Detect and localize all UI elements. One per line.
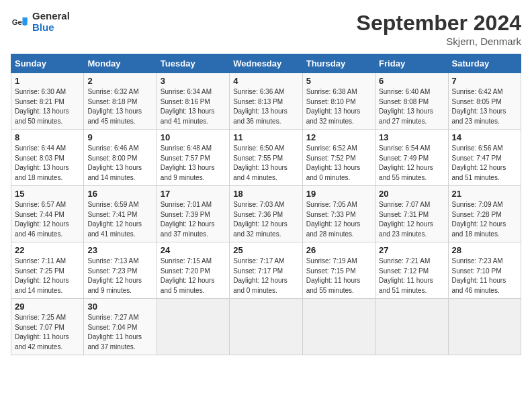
- day-number: 14: [452, 132, 517, 142]
- calendar-cell: 6Sunrise: 6:40 AMSunset: 8:08 PMDaylight…: [375, 73, 448, 130]
- day-number: 6: [379, 76, 444, 86]
- calendar-cell: 1Sunrise: 6:30 AMSunset: 8:21 PMDaylight…: [11, 73, 84, 130]
- day-header-tuesday: Tuesday: [157, 54, 229, 73]
- day-number: 10: [161, 132, 226, 142]
- logo-general-text: General: [32, 11, 70, 22]
- day-info: Sunrise: 7:17 AMSunset: 7:17 PMDaylight:…: [233, 257, 298, 295]
- day-header-monday: Monday: [84, 54, 157, 73]
- calendar-cell: [448, 299, 521, 355]
- day-info: Sunrise: 7:27 AMSunset: 7:04 PMDaylight:…: [87, 313, 152, 352]
- day-info: Sunrise: 6:44 AMSunset: 8:03 PMDaylight:…: [15, 144, 80, 183]
- day-info: Sunrise: 7:23 AMSunset: 7:10 PMDaylight:…: [452, 257, 517, 295]
- day-info: Sunrise: 7:01 AMSunset: 7:39 PMDaylight:…: [161, 200, 226, 239]
- calendar-cell: 20Sunrise: 7:07 AMSunset: 7:31 PMDayligh…: [375, 186, 448, 242]
- calendar-cell: 8Sunrise: 6:44 AMSunset: 8:03 PMDaylight…: [11, 130, 84, 186]
- day-info: Sunrise: 6:40 AMSunset: 8:08 PMDaylight:…: [379, 87, 444, 126]
- day-header-saturday: Saturday: [448, 54, 521, 73]
- calendar-cell: [375, 299, 448, 355]
- calendar-cell: 30Sunrise: 7:27 AMSunset: 7:04 PMDayligh…: [84, 299, 157, 355]
- day-number: 11: [233, 132, 298, 142]
- day-number: 15: [15, 189, 80, 199]
- day-number: 26: [306, 245, 371, 255]
- day-info: Sunrise: 7:25 AMSunset: 7:07 PMDaylight:…: [15, 313, 80, 352]
- calendar-cell: 22Sunrise: 7:11 AMSunset: 7:25 PMDayligh…: [11, 242, 84, 299]
- day-number: 28: [452, 245, 517, 255]
- calendar-cell: [302, 299, 375, 355]
- calendar-cell: 12Sunrise: 6:52 AMSunset: 7:52 PMDayligh…: [302, 130, 375, 186]
- day-info: Sunrise: 6:46 AMSunset: 8:00 PMDaylight:…: [87, 144, 152, 183]
- day-info: Sunrise: 6:38 AMSunset: 8:10 PMDaylight:…: [306, 87, 371, 126]
- calendar-cell: 16Sunrise: 6:59 AMSunset: 7:41 PMDayligh…: [84, 186, 157, 242]
- day-number: 2: [87, 76, 152, 86]
- calendar-week-1: 1Sunrise: 6:30 AMSunset: 8:21 PMDaylight…: [11, 73, 521, 130]
- calendar-cell: 27Sunrise: 7:21 AMSunset: 7:12 PMDayligh…: [375, 242, 448, 299]
- day-number: 30: [87, 302, 152, 312]
- calendar-cell: [157, 299, 229, 355]
- day-info: Sunrise: 7:03 AMSunset: 7:36 PMDaylight:…: [233, 200, 298, 239]
- day-info: Sunrise: 6:50 AMSunset: 7:55 PMDaylight:…: [233, 144, 298, 183]
- day-number: 27: [379, 245, 444, 255]
- calendar-cell: 14Sunrise: 6:56 AMSunset: 7:47 PMDayligh…: [448, 130, 521, 186]
- title-area: September 2024 Skjern, Denmark: [357, 11, 521, 47]
- day-number: 17: [161, 189, 226, 199]
- day-info: Sunrise: 6:48 AMSunset: 7:57 PMDaylight:…: [161, 144, 226, 183]
- logo-icon: Gen: [11, 13, 30, 32]
- day-info: Sunrise: 7:13 AMSunset: 7:23 PMDaylight:…: [87, 257, 152, 295]
- calendar-cell: [230, 299, 302, 355]
- calendar-cell: 17Sunrise: 7:01 AMSunset: 7:39 PMDayligh…: [157, 186, 229, 242]
- calendar-cell: 7Sunrise: 6:42 AMSunset: 8:05 PMDaylight…: [448, 73, 521, 130]
- calendar-week-3: 15Sunrise: 6:57 AMSunset: 7:44 PMDayligh…: [11, 186, 521, 242]
- calendar-cell: 23Sunrise: 7:13 AMSunset: 7:23 PMDayligh…: [84, 242, 157, 299]
- calendar-cell: 3Sunrise: 6:34 AMSunset: 8:16 PMDaylight…: [157, 73, 229, 130]
- day-number: 7: [452, 76, 517, 86]
- day-number: 29: [15, 302, 80, 312]
- calendar-cell: 24Sunrise: 7:15 AMSunset: 7:20 PMDayligh…: [157, 242, 229, 299]
- day-info: Sunrise: 7:19 AMSunset: 7:15 PMDaylight:…: [306, 257, 371, 295]
- day-number: 18: [233, 189, 298, 199]
- day-number: 5: [306, 76, 371, 86]
- calendar-cell: 15Sunrise: 6:57 AMSunset: 7:44 PMDayligh…: [11, 186, 84, 242]
- calendar-cell: 13Sunrise: 6:54 AMSunset: 7:49 PMDayligh…: [375, 130, 448, 186]
- calendar-cell: 5Sunrise: 6:38 AMSunset: 8:10 PMDaylight…: [302, 73, 375, 130]
- day-header-friday: Friday: [375, 54, 448, 73]
- day-number: 4: [233, 76, 298, 86]
- calendar-cell: 19Sunrise: 7:05 AMSunset: 7:33 PMDayligh…: [302, 186, 375, 242]
- calendar-cell: 28Sunrise: 7:23 AMSunset: 7:10 PMDayligh…: [448, 242, 521, 299]
- location-subtitle: Skjern, Denmark: [357, 36, 521, 47]
- day-number: 12: [306, 132, 371, 142]
- day-info: Sunrise: 6:54 AMSunset: 7:49 PMDaylight:…: [379, 144, 444, 183]
- calendar-week-2: 8Sunrise: 6:44 AMSunset: 8:03 PMDaylight…: [11, 130, 521, 186]
- day-info: Sunrise: 7:07 AMSunset: 7:31 PMDaylight:…: [379, 200, 444, 239]
- days-header-row: SundayMondayTuesdayWednesdayThursdayFrid…: [11, 54, 521, 73]
- day-info: Sunrise: 6:42 AMSunset: 8:05 PMDaylight:…: [452, 87, 517, 126]
- day-number: 8: [15, 132, 80, 142]
- day-info: Sunrise: 6:36 AMSunset: 8:13 PMDaylight:…: [233, 87, 298, 126]
- day-number: 3: [161, 76, 226, 86]
- day-number: 1: [15, 76, 80, 86]
- day-number: 9: [87, 132, 152, 142]
- day-number: 13: [379, 132, 444, 142]
- page-header: Gen General Blue September 2024 Skjern, …: [11, 11, 521, 47]
- day-info: Sunrise: 7:21 AMSunset: 7:12 PMDaylight:…: [379, 257, 444, 295]
- day-number: 25: [233, 245, 298, 255]
- day-info: Sunrise: 7:11 AMSunset: 7:25 PMDaylight:…: [15, 257, 80, 295]
- calendar-cell: 26Sunrise: 7:19 AMSunset: 7:15 PMDayligh…: [302, 242, 375, 299]
- calendar-cell: 25Sunrise: 7:17 AMSunset: 7:17 PMDayligh…: [230, 242, 302, 299]
- calendar-cell: 10Sunrise: 6:48 AMSunset: 7:57 PMDayligh…: [157, 130, 229, 186]
- day-info: Sunrise: 6:57 AMSunset: 7:44 PMDaylight:…: [15, 200, 80, 239]
- day-number: 24: [161, 245, 226, 255]
- day-info: Sunrise: 6:30 AMSunset: 8:21 PMDaylight:…: [15, 87, 80, 126]
- calendar-cell: 11Sunrise: 6:50 AMSunset: 7:55 PMDayligh…: [230, 130, 302, 186]
- day-info: Sunrise: 7:05 AMSunset: 7:33 PMDaylight:…: [306, 200, 371, 239]
- day-info: Sunrise: 6:34 AMSunset: 8:16 PMDaylight:…: [161, 87, 226, 126]
- day-number: 22: [15, 245, 80, 255]
- calendar-cell: 4Sunrise: 6:36 AMSunset: 8:13 PMDaylight…: [230, 73, 302, 130]
- day-number: 23: [87, 245, 152, 255]
- calendar-cell: 21Sunrise: 7:09 AMSunset: 7:28 PMDayligh…: [448, 186, 521, 242]
- day-info: Sunrise: 6:59 AMSunset: 7:41 PMDaylight:…: [87, 200, 152, 239]
- day-header-thursday: Thursday: [302, 54, 375, 73]
- day-info: Sunrise: 7:09 AMSunset: 7:28 PMDaylight:…: [452, 200, 517, 239]
- calendar-cell: 29Sunrise: 7:25 AMSunset: 7:07 PMDayligh…: [11, 299, 84, 355]
- day-header-sunday: Sunday: [11, 54, 84, 73]
- calendar-cell: 18Sunrise: 7:03 AMSunset: 7:36 PMDayligh…: [230, 186, 302, 242]
